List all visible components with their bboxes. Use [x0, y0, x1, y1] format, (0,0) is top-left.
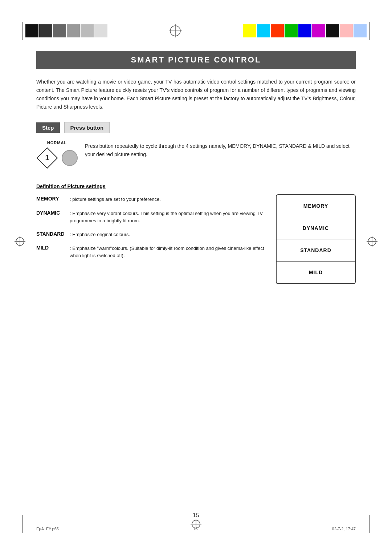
magenta-block: [312, 24, 325, 37]
yellow-block: [243, 24, 256, 37]
gray-block-3: [53, 24, 66, 37]
diamond-icon: 1: [36, 147, 58, 169]
def-term-memory: MEMORY: [36, 196, 65, 202]
red-block: [271, 24, 284, 37]
settings-box: MEMORY DYNAMIC STANDARD MILD: [276, 194, 356, 284]
gray-block-1: [25, 24, 38, 37]
def-desc-standard: : Emphasize original colours.: [70, 231, 265, 238]
settings-item-mild: MILD: [277, 262, 355, 283]
gray-block-2: [39, 24, 52, 37]
normal-label: NORMAL: [47, 141, 67, 145]
gray-block-5: [81, 24, 94, 37]
gray-block-6: [94, 24, 107, 37]
crosshair-icon: [169, 24, 182, 37]
intro-text: Whether you are watching a movie or vide…: [36, 78, 356, 111]
step-text: Press button repeatedly to cycle through…: [85, 141, 356, 158]
side-crosshair-right: [367, 236, 377, 248]
main-content: Smart Picture Control Whether you are wa…: [36, 51, 356, 284]
step-label: Step: [36, 122, 60, 133]
settings-item-dynamic: DYNAMIC: [277, 217, 355, 239]
left-col: Definition of Picture settings MEMORY : …: [36, 183, 265, 266]
def-desc-dynamic: : Emphasize very vibrant colours. This s…: [70, 210, 265, 224]
gray-blocks: [25, 24, 107, 37]
def-term-standard: STANDARD: [36, 231, 65, 237]
dark-block: [326, 24, 339, 37]
svg-text:1: 1: [45, 154, 49, 162]
bottom-crosshair: [23, 519, 369, 530]
def-standard: STANDARD : Emphasize original colours.: [36, 231, 265, 238]
gray-block-4: [67, 24, 80, 37]
button-circle: [62, 150, 78, 166]
lightblue-block: [354, 24, 367, 37]
pink-block: [340, 24, 353, 37]
page: Smart Picture Control Whether you are wa…: [0, 0, 392, 555]
cyan-block: [257, 24, 270, 37]
two-col: Definition of Picture settings MEMORY : …: [36, 183, 356, 284]
step-number-diamond: 1: [36, 147, 58, 169]
step-icon: NORMAL 1: [36, 141, 78, 169]
step-instruction: NORMAL 1 Press button repeatedly to cycl…: [36, 141, 356, 169]
def-term-mild: MILD: [36, 245, 65, 251]
left-margin-line: [22, 22, 23, 40]
def-memory: MEMORY : picture settings are set to you…: [36, 196, 265, 203]
bottom-bar: [0, 515, 392, 533]
bottom-right-line: [369, 515, 370, 533]
right-margin-line: [369, 22, 370, 40]
def-term-dynamic: DYNAMIC: [36, 210, 65, 216]
page-title: Smart Picture Control: [36, 51, 356, 69]
blue-block: [298, 24, 311, 37]
press-button-label: Press button: [64, 122, 110, 133]
green-block: [285, 24, 298, 37]
left-crosshair-icon: [15, 236, 25, 247]
def-desc-memory: : picture settings are set to your prefe…: [70, 196, 265, 203]
settings-item-memory: MEMORY: [277, 195, 355, 217]
side-crosshair-left: [15, 236, 25, 248]
def-mild: MILD : Emphasize "warm"colours. (Suitabl…: [36, 245, 265, 259]
top-bar: [0, 22, 392, 40]
def-dynamic: DYNAMIC : Emphasize very vibrant colours…: [36, 210, 265, 224]
right-col: MEMORY DYNAMIC STANDARD MILD: [276, 183, 356, 284]
right-crosshair-icon: [367, 236, 377, 247]
definition-title: Definition of Picture settings: [36, 183, 265, 189]
def-desc-mild: : Emphasize "warm"colours. (Suitable for…: [70, 245, 265, 259]
color-blocks: [243, 24, 367, 37]
settings-item-standard: STANDARD: [277, 239, 355, 262]
top-center-crosshair: [107, 24, 243, 37]
step-row: Step Press button: [36, 122, 356, 133]
bottom-crosshair-icon: [191, 519, 201, 530]
